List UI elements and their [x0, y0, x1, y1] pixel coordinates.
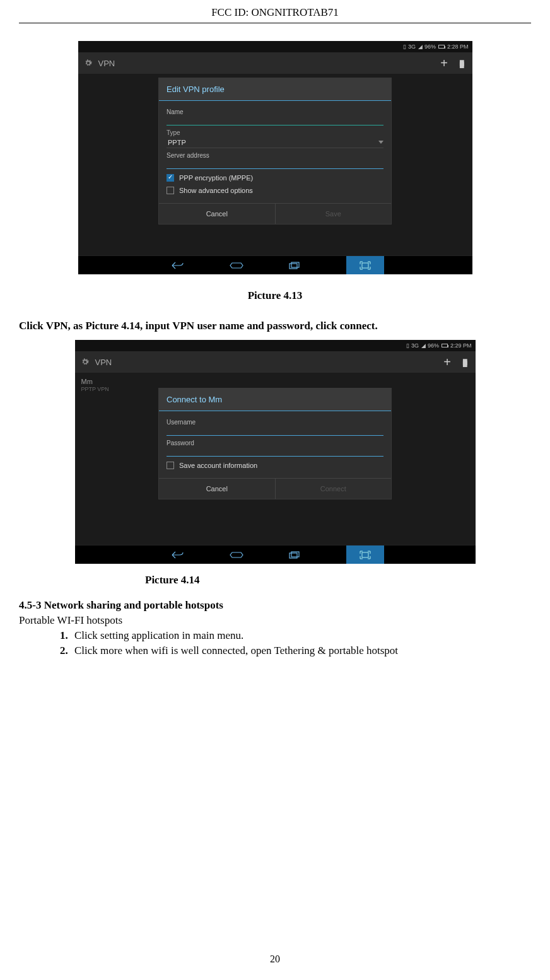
instruction-text: Click VPN, as Picture 4.14, input VPN us…: [19, 320, 531, 332]
checkbox-icon: [167, 462, 174, 469]
overflow-icon[interactable]: ■■■: [462, 359, 467, 365]
net-type: 3G: [411, 342, 419, 349]
status-bar: ▯ 3G ◢ 96% 2:28 PM: [78, 41, 472, 52]
type-label: Type: [167, 129, 383, 136]
battery-pct: 96%: [428, 342, 439, 349]
picture-caption-1: Picture 4.13: [19, 289, 531, 302]
clock: 2:28 PM: [447, 44, 469, 50]
nav-bar: [78, 255, 472, 274]
back-icon[interactable]: [166, 551, 191, 559]
server-field[interactable]: [167, 159, 383, 169]
password-field[interactable]: [167, 446, 383, 457]
dialog-title: Connect to Mm: [159, 388, 391, 411]
page-header: FCC ID: ONGNITROTAB71: [19, 0, 531, 23]
steps-list: Click setting application in main menu. …: [19, 629, 531, 657]
chevron-down-icon: [378, 141, 383, 144]
screenshot-button[interactable]: [346, 545, 384, 564]
section-heading: 4.5-3 Network sharing and portable hotsp…: [19, 599, 531, 612]
checkbox-checked-icon: [167, 174, 174, 182]
username-label: Username: [167, 419, 383, 426]
name-field[interactable]: [167, 115, 383, 125]
back-icon[interactable]: [166, 262, 191, 269]
ppp-encryption-checkbox[interactable]: PPP encryption (MPPE): [167, 174, 383, 182]
nav-bar: [75, 545, 476, 564]
overflow-icon[interactable]: ■■■: [459, 61, 464, 66]
checkbox-icon: [167, 187, 174, 194]
svg-rect-1: [291, 262, 299, 267]
picture-caption-2: Picture 4.14: [19, 574, 531, 586]
vpn-name: Mm: [81, 378, 469, 386]
password-label: Password: [167, 440, 383, 446]
recents-icon[interactable]: [282, 262, 307, 269]
svg-rect-3: [290, 553, 297, 558]
edit-vpn-dialog: Edit VPN profile Name Type PPTP Server a…: [158, 78, 392, 225]
net-type: 3G: [408, 44, 416, 50]
save-account-checkbox[interactable]: Save account information: [167, 462, 383, 469]
add-icon[interactable]: +: [440, 57, 448, 69]
status-bar: ▯ 3G ◢ 96% 2:29 PM: [75, 340, 476, 351]
signal-icon: ◢: [418, 44, 422, 50]
fcc-id: ONGNITROTAB71: [251, 6, 338, 18]
network-icon: ▯: [403, 44, 406, 50]
app-bar: VPN + ■■■: [78, 52, 472, 74]
svg-rect-4: [291, 552, 299, 557]
gear-icon[interactable]: [80, 357, 90, 367]
screenshot-vpn-edit: ▯ 3G ◢ 96% 2:28 PM VPN + ■■■ Edit VPN pr…: [78, 41, 472, 274]
fcc-label: FCC ID:: [211, 6, 249, 18]
battery-icon: [438, 45, 445, 49]
server-label: Server address: [167, 152, 383, 159]
appbar-title: VPN: [95, 358, 112, 367]
home-icon[interactable]: [224, 262, 249, 269]
svg-rect-0: [290, 264, 297, 269]
clock: 2:29 PM: [450, 342, 472, 349]
connect-button[interactable]: Connect: [275, 479, 392, 499]
battery-icon: [442, 344, 448, 347]
svg-rect-5: [362, 552, 368, 557]
ppp-label: PPP encryption (MPPE): [179, 174, 253, 182]
recents-icon[interactable]: [282, 551, 307, 559]
save-account-label: Save account information: [179, 462, 257, 469]
screenshot-button[interactable]: [346, 256, 384, 275]
home-icon[interactable]: [224, 551, 249, 559]
svg-rect-2: [362, 263, 368, 268]
battery-pct: 96%: [424, 44, 436, 50]
advanced-options-checkbox[interactable]: Show advanced options: [167, 187, 383, 194]
appbar-title: VPN: [98, 59, 115, 68]
type-select[interactable]: PPTP: [167, 136, 383, 148]
save-button[interactable]: Save: [275, 204, 392, 224]
connect-vpn-dialog: Connect to Mm Username Password Save acc…: [158, 388, 392, 499]
page-number: 20: [0, 954, 550, 965]
add-icon[interactable]: +: [443, 356, 451, 368]
type-value: PPTP: [167, 137, 186, 146]
name-label: Name: [167, 108, 383, 115]
dialog-title: Edit VPN profile: [159, 78, 391, 101]
gear-icon[interactable]: [83, 58, 93, 68]
signal-icon: ◢: [421, 342, 425, 349]
step-1: Click setting application in main menu.: [71, 629, 531, 642]
network-icon: ▯: [406, 342, 409, 349]
subheading: Portable WI-FI hotspots: [19, 614, 531, 627]
cancel-button[interactable]: Cancel: [159, 204, 275, 224]
step-2: Click more when wifi is well connected, …: [71, 645, 531, 657]
cancel-button[interactable]: Cancel: [159, 479, 275, 499]
screenshot-vpn-connect: ▯ 3G ◢ 96% 2:29 PM VPN + ■■■ Mm PPTP VPN: [75, 340, 476, 564]
advanced-label: Show advanced options: [179, 187, 253, 194]
username-field[interactable]: [167, 426, 383, 436]
app-bar: VPN + ■■■: [75, 351, 476, 373]
